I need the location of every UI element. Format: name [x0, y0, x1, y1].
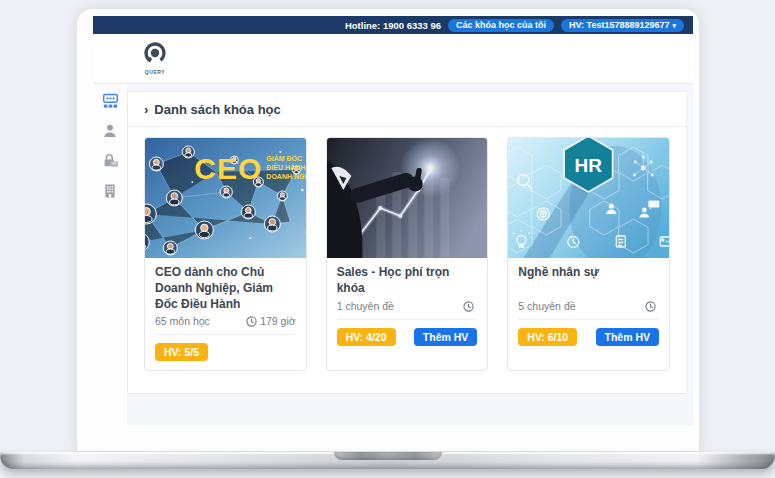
course-lessons-count: 1 chuyên đề: [337, 300, 394, 312]
ceo-subtitle-line1: GIÁM ĐỐC: [266, 153, 302, 162]
sidebar-item-organization[interactable]: [101, 182, 119, 199]
course-thumbnail-ceo: CEO GIÁM ĐỐC ĐIỀU HÀNH DOANH NGHIỆP: [145, 138, 306, 258]
user-menu-button[interactable]: HV: Test1578889129677 ▾: [561, 19, 684, 32]
sidebar: [93, 84, 127, 425]
ceo-subtitle-line2: ĐIỀU HÀNH: [266, 162, 305, 171]
courses-group-icon: [102, 93, 119, 109]
add-student-button[interactable]: Thêm HV: [596, 328, 660, 346]
students-badge[interactable]: HV: 6/10: [518, 328, 577, 346]
course-duration: 179 giờ: [246, 315, 296, 327]
logo-q-icon: [142, 40, 168, 66]
app-body: › Danh sách khóa học: [93, 84, 693, 425]
browser-viewport: Hotline: 1900 6333 96 Các khóa học của t…: [93, 16, 693, 425]
course-lessons-count: 65 môn học: [155, 315, 210, 327]
main-content: › Danh sách khóa học: [127, 84, 693, 425]
laptop-base-notch: [334, 452, 442, 460]
course-title: Nghề nhân sự: [518, 265, 659, 297]
card-footer: HV: 6/10 Thêm HV: [518, 320, 659, 346]
add-student-button[interactable]: Thêm HV: [414, 328, 478, 346]
course-duration: [463, 301, 477, 312]
course-duration-label: 179 giờ: [260, 315, 296, 327]
site-header: QUERY: [93, 34, 693, 84]
ceo-headline-text: CEO: [194, 152, 262, 185]
course-card-hr[interactable]: HR: [507, 137, 670, 371]
sidebar-item-courses[interactable]: [101, 92, 119, 109]
hotline-label: Hotline: 1900 6333 96: [345, 20, 441, 31]
building-icon: [102, 183, 118, 199]
logo-text: QUERY: [137, 69, 173, 75]
panel-heading: › Danh sách khóa học: [128, 92, 686, 127]
user-label: HV: Test1578889129677: [569, 19, 669, 32]
hr-headline-text: HR: [575, 155, 603, 176]
course-card-sales[interactable]: Sales - Học phí trọn khóa 1 chuyên đề: [326, 137, 489, 371]
ceo-subtitle-line3: DOANH NGHIỆP: [266, 172, 305, 180]
chevron-right-icon: ›: [144, 102, 148, 117]
clock-icon: [463, 301, 474, 312]
ceo-banner-image: CEO GIÁM ĐỐC ĐIỀU HÀNH DOANH NGHIỆP: [145, 138, 306, 258]
sidebar-item-security[interactable]: [101, 152, 119, 169]
page-title: Danh sách khóa học: [154, 102, 280, 117]
lock-icon: [102, 152, 119, 169]
course-lessons-count: 5 chuyên đề: [518, 300, 575, 312]
clock-icon: [645, 301, 656, 312]
my-courses-label: Các khóa học của tôi: [456, 19, 546, 32]
course-title: CEO dành cho Chủ Doanh Nghiệp, Giám Đốc …: [155, 265, 296, 312]
course-duration: [645, 301, 659, 312]
course-thumbnail-sales: [327, 138, 488, 258]
card-footer: HV: 5/5: [155, 335, 296, 361]
laptop-base: [0, 452, 775, 469]
laptop-screen-bezel: Hotline: 1900 6333 96 Các khóa học của t…: [76, 8, 700, 452]
my-courses-button[interactable]: Các khóa học của tôi: [448, 19, 554, 32]
user-icon: [102, 123, 118, 139]
sales-growth-image: [327, 138, 488, 258]
card-body: Nghề nhân sự 5 chuyên đề: [508, 258, 669, 355]
course-cards-row: CEO GIÁM ĐỐC ĐIỀU HÀNH DOANH NGHIỆP CEO: [128, 127, 686, 371]
brand-logo[interactable]: QUERY: [137, 40, 173, 75]
card-body: CEO dành cho Chủ Doanh Nghiệp, Giám Đốc …: [145, 258, 306, 370]
card-footer: HV: 4/20 Thêm HV: [337, 320, 478, 346]
course-meta: 65 môn học 179 giờ: [155, 315, 296, 335]
caret-down-icon: ▾: [672, 22, 676, 29]
course-thumbnail-hr: HR: [508, 138, 669, 258]
course-meta: 1 chuyên đề: [337, 300, 478, 320]
hr-hexagon-image: HR: [508, 138, 669, 258]
sidebar-item-profile[interactable]: [101, 122, 119, 139]
clock-icon: [246, 316, 257, 327]
course-meta: 5 chuyên đề: [518, 300, 659, 320]
students-badge[interactable]: HV: 4/20: [337, 328, 396, 346]
course-title: Sales - Học phí trọn khóa: [337, 265, 478, 297]
topbar: Hotline: 1900 6333 96 Các khóa học của t…: [93, 16, 693, 34]
course-list-panel: › Danh sách khóa học: [127, 91, 687, 394]
course-card-ceo[interactable]: CEO GIÁM ĐỐC ĐIỀU HÀNH DOANH NGHIỆP CEO: [144, 137, 307, 371]
card-body: Sales - Học phí trọn khóa 1 chuyên đề: [327, 258, 488, 355]
students-badge[interactable]: HV: 5/5: [155, 343, 208, 361]
